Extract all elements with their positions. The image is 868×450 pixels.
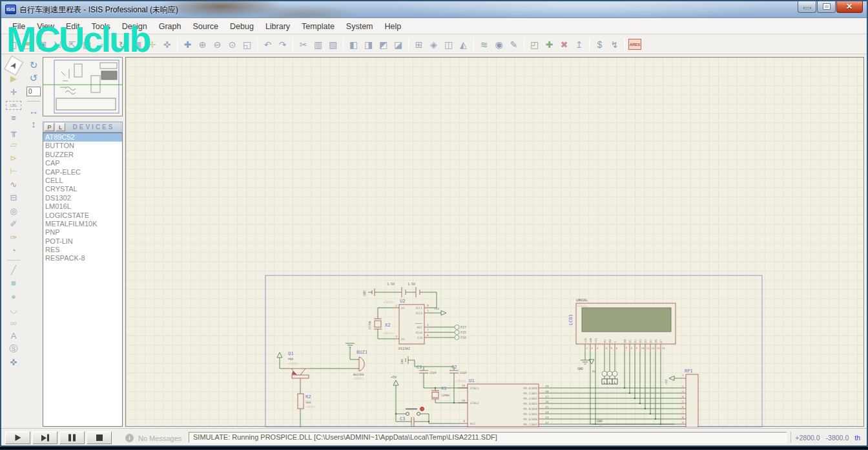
cut-icon[interactable]: ✂ <box>296 38 310 51</box>
menu-item-edit[interactable]: Edit <box>60 20 86 33</box>
zoom-all-icon[interactable]: ⊙ <box>225 38 239 51</box>
device-item-crystal[interactable]: CRYSTAL <box>43 185 122 193</box>
mirror-horizontal-icon[interactable]: ↔ <box>26 104 41 117</box>
2d-marker-mode-icon[interactable]: ✜ <box>6 356 21 370</box>
overview-window[interactable] <box>43 57 123 116</box>
electrical-rule-check-icon[interactable]: ↯ <box>608 38 621 51</box>
terminals-mode-icon[interactable]: ⊳ <box>6 151 21 165</box>
menu-item-library[interactable]: Library <box>260 20 296 33</box>
rotate-anticlockwise-icon[interactable]: ↺ <box>26 72 41 85</box>
menu-item-design[interactable]: Design <box>116 20 153 33</box>
zoom-in-icon[interactable]: ⊕ <box>196 38 209 51</box>
search-tag-icon[interactable]: ◉ <box>492 38 506 51</box>
paste-icon[interactable]: ▧ <box>326 38 340 51</box>
device-item-cap-elec[interactable]: CAP-ELEC <box>43 168 122 177</box>
menu-item-view[interactable]: View <box>31 20 60 33</box>
device-item-button[interactable]: BUTTON <box>43 142 122 150</box>
import-section-icon[interactable]: ⇲ <box>50 38 64 51</box>
component-rp1-respack8[interactable]: RP11+5V23456789 <box>665 369 698 427</box>
device-pins-mode-icon[interactable]: ⊢ <box>6 165 21 178</box>
zoom-area-icon[interactable]: ◱ <box>240 38 254 51</box>
decompose-icon[interactable]: ◭ <box>457 38 470 51</box>
maximize-button[interactable] <box>817 1 836 13</box>
virtual-instruments-mode-icon[interactable]: ◔ <box>6 244 21 258</box>
graph-mode-icon[interactable]: ∿ <box>6 178 21 191</box>
2d-symbol-mode-icon[interactable]: Ⓢ <box>6 343 21 356</box>
component-u1-at89c52[interactable]: U1<TEXT>19XTAL118XTAL29RSTP0.0/AD039P0.1… <box>455 378 549 427</box>
new-sheet-icon[interactable]: ✚ <box>542 38 556 51</box>
2d-line-mode-icon[interactable]: ╱ <box>6 263 21 277</box>
menu-item-source[interactable]: Source <box>187 20 224 33</box>
design-explorer-icon[interactable]: ◰ <box>528 38 541 51</box>
stop-button[interactable] <box>87 431 112 444</box>
device-item-respack-8[interactable]: RESPACK-8 <box>43 254 122 262</box>
tape-recorder-mode-icon[interactable]: ⊟ <box>6 191 21 205</box>
2d-circle-mode-icon[interactable]: ● <box>6 290 21 303</box>
mark-output-area-icon[interactable]: ▫ <box>95 38 108 51</box>
device-item-buzzer[interactable]: BUZZER <box>43 151 122 159</box>
mirror-vertical-icon[interactable]: ↕ <box>26 117 41 130</box>
open-design-icon[interactable]: ⬒ <box>21 38 34 51</box>
rotate-clockwise-icon[interactable]: ↻ <box>26 59 41 72</box>
packaging-tool-icon[interactable]: ◫ <box>442 38 455 51</box>
voltage-probe-mode-icon[interactable]: ✐ <box>6 218 21 231</box>
pause-button[interactable] <box>59 431 85 444</box>
netlist-to-ares-icon[interactable]: ARES <box>628 39 641 50</box>
rotation-angle-input[interactable] <box>26 87 41 96</box>
component-buz1[interactable]: BUZ1BUZZER<TEXT> <box>309 343 367 380</box>
pick-devices-button[interactable]: P <box>45 123 54 131</box>
component-battery[interactable]: GND1.5V1.5V <box>362 282 437 308</box>
block-move-icon[interactable]: ◨ <box>362 38 375 51</box>
block-rotate-icon[interactable]: ◩ <box>377 38 390 51</box>
junction-dot-mode-icon[interactable]: ✛ <box>6 85 21 99</box>
toggle-grid-icon[interactable]: ▦ <box>130 38 144 51</box>
generator-mode-icon[interactable]: ◎ <box>6 204 21 218</box>
device-item-metalfilm10k[interactable]: METALFILM10K <box>43 220 122 228</box>
export-section-icon[interactable]: ⇱ <box>65 38 79 51</box>
bill-of-materials-icon[interactable]: $ <box>593 38 606 51</box>
pick-device-icon[interactable]: ⊞ <box>412 38 426 51</box>
schematic-canvas[interactable]: GND1.5V1.5VU2DS13022X13X2VCC18VCC21RST5S… <box>125 57 864 427</box>
current-probe-mode-icon[interactable]: ✑ <box>6 231 21 244</box>
component-r2[interactable]: R2560<TEXT> <box>298 394 316 427</box>
device-item-logicstate[interactable]: LOGICSTATE <box>43 211 122 220</box>
property-assignment-icon[interactable]: ✎ <box>507 38 521 51</box>
device-item-lm016l[interactable]: LM016L <box>43 202 122 211</box>
wire-label-mode-icon[interactable]: LBL <box>6 101 21 110</box>
component-lcd1-lm016l[interactable]: LM016LLCD1<TEXT>VSS1VDD2VEE3RS4RW5E6D07D… <box>568 298 676 352</box>
block-copy-icon[interactable]: ◧ <box>347 38 360 51</box>
device-item-res[interactable]: RES <box>43 246 122 254</box>
redo-icon[interactable]: ↷ <box>276 38 289 51</box>
component-c1[interactable]: C122pF <box>417 365 437 388</box>
zoom-out-icon[interactable]: ⊖ <box>211 38 224 51</box>
save-design-icon[interactable]: ▣ <box>36 38 49 51</box>
2d-box-mode-icon[interactable]: ■ <box>6 277 21 290</box>
device-item-cap[interactable]: CAP <box>43 159 122 167</box>
library-manage-button[interactable]: L <box>56 123 65 131</box>
step-button[interactable] <box>32 431 57 444</box>
device-item-ds1302[interactable]: DS1302 <box>43 194 122 202</box>
device-item-at89c52[interactable]: AT89C52 <box>43 133 122 142</box>
print-design-icon[interactable]: ▤ <box>80 38 94 51</box>
block-delete-icon[interactable]: ◪ <box>391 38 405 51</box>
2d-text-mode-icon[interactable]: A <box>6 330 21 343</box>
menu-item-template[interactable]: Template <box>296 20 340 33</box>
component-x1-crystal[interactable]: X112MHz <box>431 386 450 403</box>
component-backup-cell[interactable]: GND <box>400 356 415 367</box>
new-file-icon[interactable]: ▢ <box>6 38 19 51</box>
device-item-pot-lin[interactable]: POT-LIN <box>43 237 122 246</box>
play-button[interactable] <box>5 431 30 444</box>
toggle-origin-icon[interactable]: ✛ <box>145 38 159 51</box>
cursor-coords-icon[interactable]: ✜ <box>160 38 174 51</box>
component-q1-pnp[interactable]: Q1PNP<TEXT> <box>277 351 309 394</box>
wire-autorouter-icon[interactable]: ≋ <box>477 38 491 51</box>
terminals-p27-p25-p26[interactable]: P27P25P26 <box>429 325 466 340</box>
menu-item-graph[interactable]: Graph <box>153 20 187 33</box>
title-bar[interactable]: ISIS 自行车测速里程表 - ISIS Professional (未响应) … <box>1 1 867 18</box>
component-logicstates[interactable]: LLL <box>602 352 617 384</box>
device-item-pnp[interactable]: PNP <box>43 228 122 237</box>
close-button[interactable]: ✕ <box>836 1 863 13</box>
make-device-icon[interactable]: ◈ <box>427 38 440 51</box>
subcircuit-mode-icon[interactable]: ▱ <box>6 138 21 152</box>
menu-item-file[interactable]: File <box>6 20 31 33</box>
